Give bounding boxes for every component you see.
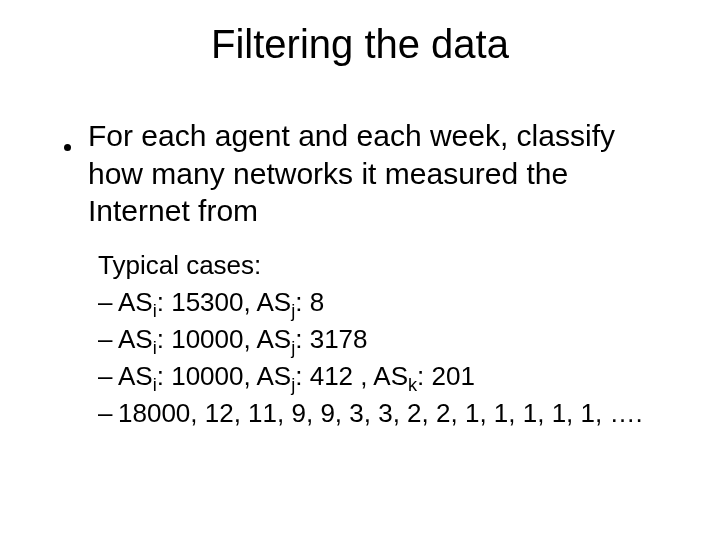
as-label: AS	[257, 287, 292, 317]
case-3-text: ASi: 10000, ASj: 412 , ASk: 201	[118, 359, 660, 394]
case-line-1: – ASi: 15300, ASj: 8	[98, 285, 660, 320]
sub-block: Typical cases: – ASi: 15300, ASj: 8 – AS…	[98, 248, 660, 431]
slide-title: Filtering the data	[0, 0, 720, 77]
as-value: : 15300,	[157, 287, 257, 317]
as-label: AS	[118, 324, 153, 354]
as-value: : 10000,	[157, 324, 257, 354]
case-4-text: 18000, 12, 11, 9, 9, 3, 3, 2, 2, 1, 1, 1…	[118, 396, 660, 431]
dash-icon: –	[98, 322, 118, 357]
case-1-text: ASi: 15300, ASj: 8	[118, 285, 660, 320]
as-value: : 3178	[295, 324, 367, 354]
as-label: AS	[373, 361, 408, 391]
as-label: AS	[118, 287, 153, 317]
as-value: : 412 ,	[295, 361, 373, 391]
case-line-2: – ASi: 10000, ASj: 3178	[98, 322, 660, 357]
case-line-3: – ASi: 10000, ASj: 412 , ASk: 201	[98, 359, 660, 394]
subscript: k	[408, 375, 417, 395]
dash-icon: –	[98, 396, 118, 431]
as-label: AS	[118, 361, 153, 391]
main-bullet: For each agent and each week, classify h…	[60, 117, 660, 230]
as-value: : 8	[295, 287, 324, 317]
bullet-dot	[60, 117, 88, 157]
as-label: AS	[257, 361, 292, 391]
as-value: : 201	[417, 361, 475, 391]
case-line-4: – 18000, 12, 11, 9, 9, 3, 3, 2, 2, 1, 1,…	[98, 396, 660, 431]
main-bullet-text: For each agent and each week, classify h…	[88, 117, 660, 230]
case-2-text: ASi: 10000, ASj: 3178	[118, 322, 660, 357]
slide: Filtering the data For each agent and ea…	[0, 0, 720, 540]
dash-icon: –	[98, 359, 118, 394]
as-value: : 10000,	[157, 361, 257, 391]
sub-heading: Typical cases:	[98, 248, 660, 283]
as-label: AS	[257, 324, 292, 354]
slide-body: For each agent and each week, classify h…	[0, 77, 720, 431]
dash-icon: –	[98, 285, 118, 320]
